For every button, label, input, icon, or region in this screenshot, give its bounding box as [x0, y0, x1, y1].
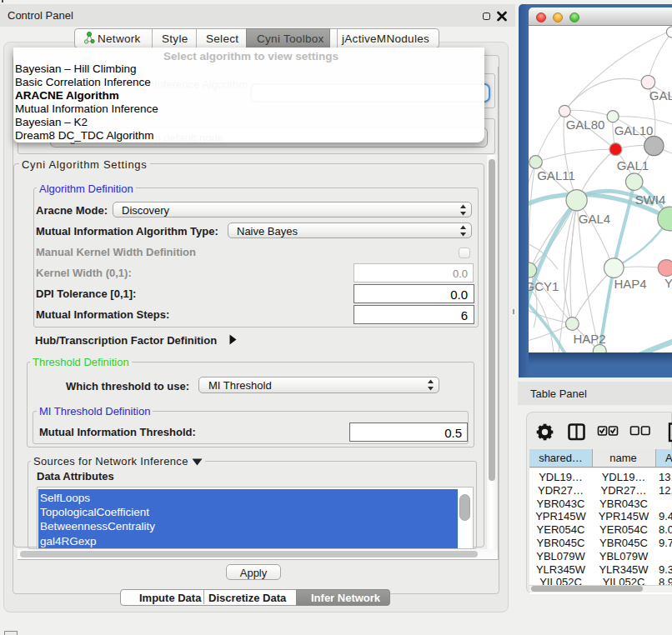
- svg-text:GAL2: GAL2: [649, 88, 672, 102]
- svg-text:GAL80: GAL80: [566, 118, 605, 132]
- svg-text:GAL10: GAL10: [614, 123, 654, 138]
- svg-text:YEL047C: YEL047C: [664, 276, 672, 290]
- svg-text:HAP4: HAP4: [614, 277, 646, 291]
- svg-text:GAL4: GAL4: [579, 212, 610, 226]
- svg-text:HAP2: HAP2: [573, 332, 605, 346]
- svg-text:SWI4: SWI4: [635, 192, 666, 207]
- svg-text:GCY1: GCY1: [529, 279, 559, 293]
- svg-text:GAL11: GAL11: [537, 168, 575, 182]
- svg-text:GAL1: GAL1: [617, 158, 649, 172]
